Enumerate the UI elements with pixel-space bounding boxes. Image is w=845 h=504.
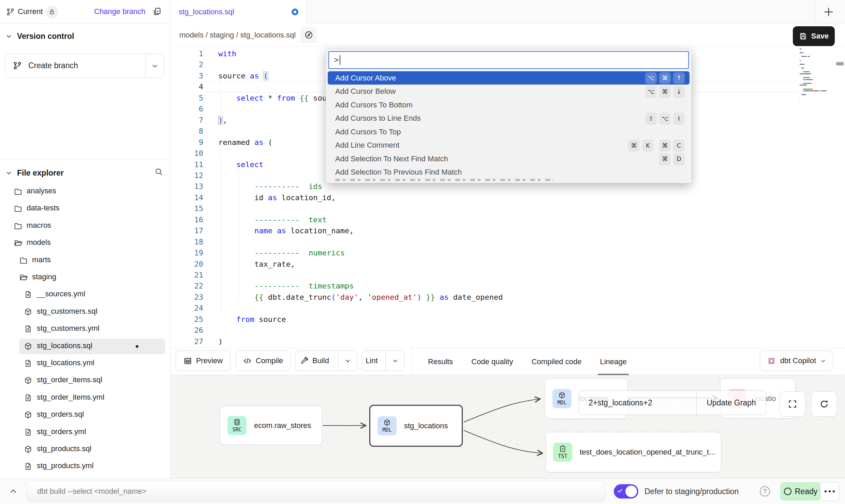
- command-label: Add Line Comment: [335, 141, 399, 150]
- line-number: 9: [183, 137, 203, 148]
- branch-topbar: Current Change branch: [0, 0, 171, 24]
- lineage-node-test[interactable]: TST test_does_location_opened_at_trunc_t…: [546, 432, 721, 472]
- save-button[interactable]: Save: [793, 26, 835, 46]
- build-dropdown[interactable]: [338, 351, 357, 371]
- dbt-command-input[interactable]: dbt build --select <model_name>: [27, 481, 605, 502]
- key-chip: ⌘: [659, 139, 671, 151]
- file-tree-item-stg-order-items-sql[interactable]: stg_order_items.sql: [0, 373, 171, 388]
- command-palette-input[interactable]: >: [328, 51, 689, 69]
- command-item-add-selection-to-next-find-match[interactable]: Add Selection To Next Find Match⌘D: [328, 152, 690, 165]
- file-tree-item--sources-yml[interactable]: __sources.yml: [0, 287, 171, 302]
- tab-title: stg_locations.sql: [179, 8, 234, 16]
- clipped-command-row: [335, 179, 553, 181]
- line-number: 24: [183, 302, 203, 314]
- file-tree-item-stg-order-items-yml[interactable]: stg_order_items.yml: [0, 390, 171, 406]
- dbt-copilot-button[interactable]: dbt Copilot: [760, 351, 833, 371]
- code-line-9: renamed as (: [218, 137, 272, 148]
- tab-lineage[interactable]: Lineage: [600, 348, 626, 375]
- ready-status-button[interactable]: Ready: [780, 482, 821, 501]
- tab-results[interactable]: Results: [428, 348, 453, 375]
- chevron-up-icon[interactable]: [9, 487, 18, 496]
- update-graph-button[interactable]: Update Graph: [696, 391, 766, 415]
- version-control-header[interactable]: Version control: [5, 29, 74, 43]
- tab-code-quality[interactable]: Code quality: [471, 348, 513, 375]
- file-tree-item-data-tests[interactable]: data-tests: [0, 201, 171, 217]
- lineage-panel[interactable]: SRC ecom.raw_stores MDL stg_locations MD…: [171, 375, 845, 478]
- command-item-add-selection-to-previous-find-match[interactable]: Add Selection To Previous Find Match: [328, 166, 690, 179]
- lineage-node-source[interactable]: SRC ecom.raw_stores: [220, 406, 322, 445]
- file-tree-item-staging[interactable]: staging: [0, 270, 171, 285]
- lineage-compass-icon[interactable]: [300, 27, 317, 43]
- more-options-button[interactable]: [820, 482, 839, 501]
- file-tree-item-stg-customers-sql[interactable]: stg_customers.sql: [0, 304, 171, 320]
- chevron-down-icon: [5, 33, 12, 40]
- command-item-add-line-comment[interactable]: Add Line Comment⌘K⌘C: [328, 139, 690, 152]
- keyboard-shortcut: ⌥⌘↓: [645, 86, 685, 97]
- command-item-add-cursors-to-bottom[interactable]: Add Cursors To Bottom: [328, 98, 690, 112]
- scrollbar-thumb[interactable]: [836, 62, 844, 65]
- divider: [0, 159, 171, 159]
- model-cube-icon: [24, 308, 32, 316]
- lint-button[interactable]: Lint: [362, 351, 405, 371]
- command-item-add-cursor-below[interactable]: Add Cursor Below⌥⌘↓: [328, 85, 690, 98]
- file-tree-item-analyses[interactable]: analyses: [0, 184, 171, 199]
- new-tab-plus-icon[interactable]: [822, 6, 835, 18]
- create-branch-dropdown[interactable]: [145, 54, 164, 78]
- create-branch-button[interactable]: Create branch: [5, 54, 164, 78]
- command-label: Add Cursors To Bottom: [335, 101, 413, 109]
- editor-tabbar: stg_locations.sql: [171, 0, 845, 24]
- file-tree-item-stg-products-yml[interactable]: stg_products.yml: [0, 459, 171, 474]
- node-label: test_does_location_opened_at_trunc_t...: [580, 448, 715, 457]
- file-tree-item-marts[interactable]: marts: [0, 253, 171, 268]
- compile-button[interactable]: Compile: [236, 351, 291, 371]
- test-badge: TST: [553, 443, 572, 462]
- command-item-add-cursors-to-top[interactable]: Add Cursors To Top: [328, 125, 690, 138]
- fullscreen-button[interactable]: [779, 391, 805, 417]
- file-tree-item-stg-products-sql[interactable]: stg_products.sql: [0, 442, 171, 457]
- change-branch-link[interactable]: Change branch: [94, 7, 145, 16]
- editor-toolbar: Preview Compile Build Lint ResultsCode q…: [171, 348, 845, 375]
- line-number: 11: [183, 159, 203, 170]
- command-item-add-cursor-above[interactable]: Add Cursor Above⌥⌘↑: [328, 71, 690, 85]
- code-line-17: name as location_name,: [218, 225, 354, 236]
- model-badge: MDL: [552, 389, 572, 408]
- file-tree-item-macros[interactable]: macros: [0, 218, 171, 234]
- refresh-button[interactable]: [811, 391, 837, 417]
- file-explorer-header[interactable]: File explorer: [5, 166, 64, 180]
- key-chip: K: [642, 139, 654, 151]
- tab-stg-locations-sql[interactable]: stg_locations.sql: [171, 0, 307, 24]
- minimap[interactable]: [800, 48, 837, 106]
- file-tree-item-stg-orders-yml[interactable]: stg_orders.yml: [0, 425, 171, 440]
- file-tree-item-stg-locations-sql[interactable]: stg_locations.sql: [0, 339, 171, 354]
- model-badge: MDL: [377, 416, 397, 435]
- file-tree-item-stg-locations-yml[interactable]: stg_locations.yml: [0, 356, 171, 371]
- check-icon: [617, 488, 623, 494]
- file-tree-item-stg-customers-yml[interactable]: stg_customers.yml: [0, 321, 171, 337]
- lineage-selector-bar: 2+stg_locations+2 Update Graph: [579, 390, 766, 415]
- defer-toggle[interactable]: [614, 484, 638, 499]
- command-item-add-cursors-to-line-ends[interactable]: Add Cursors to Line Ends⇧⌥I: [328, 112, 690, 125]
- node-label: ecom.raw_stores: [254, 421, 311, 430]
- tab-compiled-code[interactable]: Compiled code: [532, 348, 582, 375]
- indent-guide: [220, 170, 221, 181]
- lineage-node-stg-locations[interactable]: MDL stg_locations: [369, 405, 463, 447]
- keyboard-shortcut: ⌥⌘↑: [645, 72, 685, 84]
- build-button[interactable]: Build: [295, 351, 357, 371]
- breadcrumb-path: models / staging / stg_locations.sql: [179, 31, 296, 40]
- help-icon[interactable]: ?: [760, 486, 770, 496]
- code-line-23: {{ dbt.date_trunc('day', 'opened_at') }}…: [218, 292, 503, 303]
- search-icon[interactable]: [154, 167, 164, 177]
- lint-dropdown[interactable]: [385, 351, 404, 371]
- unsaved-dot-icon: [292, 9, 298, 15]
- file-tree-item-models[interactable]: models: [0, 235, 171, 251]
- preview-button[interactable]: Preview: [176, 351, 231, 371]
- file-name: stg_order_items.yml: [37, 393, 104, 402]
- keyboard-shortcut: ⇧⌥I: [645, 113, 685, 124]
- lineage-selector-input[interactable]: 2+stg_locations+2: [579, 398, 696, 407]
- copy-icon[interactable]: [152, 7, 162, 16]
- divider: [815, 0, 815, 24]
- folder-icon: [14, 239, 23, 248]
- file-tree-item-stg-orders-sql[interactable]: stg_orders.sql: [0, 407, 171, 423]
- file-name: marts: [32, 255, 51, 264]
- line-number: 26: [183, 325, 203, 336]
